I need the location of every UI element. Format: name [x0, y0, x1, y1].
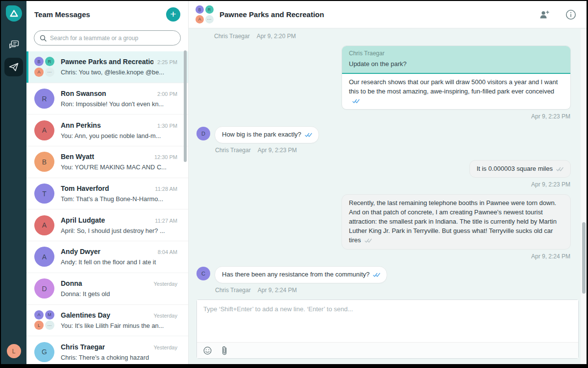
conversation-top-row: April Ludgate11:27 AM — [61, 216, 177, 224]
message-input[interactable] — [197, 300, 578, 342]
message-bubble[interactable]: Has there been any resistance from the c… — [215, 266, 387, 283]
search-input[interactable] — [50, 35, 175, 42]
outgoing-message: Chris TraegarUpdate on the park?Our rese… — [342, 46, 571, 126]
conversation-info: Ann Perkins1:30 PMYou: Ann, you poetic n… — [61, 121, 177, 139]
cluster-avatar-A: A — [34, 68, 44, 77]
conversation-item[interactable]: BRA···Pawnee Parks and Recreation2:25 PM… — [26, 51, 188, 83]
message-time: Apr 9, 2:24 PM — [531, 253, 570, 260]
message-time: Apr 9, 2:23 PM — [531, 113, 570, 120]
conversation-info: Galentines DayYesterdayYou: It's like Li… — [61, 311, 177, 329]
conversation-info: Ben Wyatt12:30 PMYou: YOU'RE MAKING MAC … — [61, 153, 177, 171]
nav-rail: L — [1, 1, 26, 364]
conversation-time: 8:04 AM — [158, 249, 177, 255]
message-history[interactable]: Chris TraegarApr 9, 2:20 PM Chris Traega… — [189, 28, 587, 299]
conversation-avatar: A — [34, 120, 54, 140]
conversation-avatar: G — [34, 342, 54, 362]
message-bubble[interactable]: Recently, the last remaining telephone b… — [342, 194, 571, 249]
emoji-picker-button[interactable] — [202, 345, 212, 355]
cluster-avatar-L: L — [34, 321, 44, 330]
conversation-list: BRA···Pawnee Parks and Recreation2:25 PM… — [26, 51, 188, 364]
app-logo[interactable] — [6, 5, 22, 22]
conversations-header: Team Messages + — [26, 1, 188, 27]
conversations-panel: Team Messages + BRA···Pawnee Parks and R… — [26, 1, 189, 364]
conversation-info: Ron Swanson2:00 PMRon: Impossible! You d… — [61, 90, 177, 108]
conversation-item[interactable]: BBen Wyatt12:30 PMYou: YOU'RE MAKING MAC… — [26, 146, 188, 178]
chat-scrollbar-track[interactable] — [581, 29, 587, 364]
incoming-message: DHow big is the park exactly? — [196, 126, 571, 143]
conversation-preview: You: It's like Lilith Fair minus the an.… — [61, 322, 177, 329]
conversation-item[interactable]: GChris TraegarYesterdayChris: There's a … — [26, 336, 188, 364]
conversation-item[interactable]: RRon Swanson2:00 PMRon: Impossible! You … — [26, 83, 188, 115]
message-time: Apr 9, 2:20 PM — [257, 33, 296, 40]
conversation-item[interactable]: AAnn Perkins1:30 PMYou: Ann, you poetic … — [26, 115, 188, 146]
quoted-message[interactable]: Chris TraegarUpdate on the park? — [342, 46, 570, 74]
message-time: Apr 9, 2:23 PM — [531, 181, 570, 188]
conversation-preview: Donna: It gets old — [61, 290, 177, 298]
conversation-info: Tom Haverford11:28 AMTom: That's a Thug … — [61, 184, 177, 203]
attachment-icon — [221, 346, 227, 355]
conversation-name: Galentines Day — [61, 311, 110, 319]
cluster-avatar-A: A — [34, 310, 44, 320]
search-box[interactable] — [34, 30, 181, 46]
new-conversation-button[interactable]: + — [166, 7, 180, 22]
conversation-item[interactable]: DDonnaYesterdayDonna: It gets old — [26, 273, 188, 305]
add-member-button[interactable] — [539, 9, 550, 21]
nav-direct-messages-button[interactable] — [4, 58, 23, 76]
delivery-checkmarks-icon — [373, 273, 380, 277]
message-bubble[interactable]: How big is the park exactly? — [215, 126, 319, 143]
outgoing-message: It is 0.000003 square milesApr 9, 2:23 P… — [469, 160, 571, 195]
conversation-top-row: Pawnee Parks and Recreation2:25 PM — [61, 58, 177, 66]
attach-file-button[interactable] — [220, 345, 229, 355]
conversation-list-scrollbar[interactable] — [184, 50, 187, 162]
conversation-top-row: Tom Haverford11:28 AM — [61, 184, 177, 192]
message-bubble[interactable]: It is 0.000003 square miles — [469, 160, 571, 178]
conversation-name: Ann Perkins — [61, 121, 101, 129]
conversation-top-row: Ann Perkins1:30 PM — [61, 121, 177, 129]
conversation-time: Yesterday — [153, 313, 177, 319]
chat-application-window: L Team Messages + BRA···Pawnee Parks and… — [0, 0, 588, 368]
quoted-text: Update on the park? — [349, 60, 564, 69]
conversation-info: DonnaYesterdayDonna: It gets old — [61, 279, 177, 298]
conversation-time: 11:27 AM — [155, 218, 177, 224]
header-cluster-avatar-A: A — [196, 15, 204, 23]
conversation-name: Andy Dwyer — [61, 248, 100, 255]
conversation-name: Chris Traegar — [61, 343, 105, 351]
conversation-item[interactable]: TTom Haverford11:28 AMTom: That's a Thug… — [26, 178, 188, 210]
conversation-time: 1:30 PM — [157, 123, 177, 129]
conversation-avatar: T — [34, 184, 54, 204]
header-cluster-avatar-B: B — [196, 5, 204, 14]
chat-scrollbar[interactable] — [582, 222, 586, 294]
chat-bubbles-icon — [9, 40, 19, 49]
conversation-time: 12:30 PM — [154, 154, 177, 160]
conversation-preview: Chris: You two, @leslie.knope @be... — [61, 69, 177, 76]
conversation-avatar: D — [34, 278, 54, 299]
conversation-avatar-cluster: BRA··· — [34, 57, 54, 77]
conversation-item[interactable]: AAndy Dwyer8:04 AMAndy: It fell on the f… — [26, 241, 188, 273]
message-text-content: Recently, the last remaining telephone b… — [349, 199, 557, 243]
conversation-avatar: A — [34, 215, 54, 235]
message-bubble-with-quote[interactable]: Chris TraegarUpdate on the park?Our rese… — [342, 46, 571, 110]
conversation-time: 11:28 AM — [155, 186, 177, 192]
conversation-item[interactable]: AApril Ludgate11:27 AMApril: So, I shoul… — [26, 209, 188, 241]
conversation-name: Donna — [61, 279, 82, 287]
conversation-preview: Andy: It fell on the floor and I ate it — [61, 258, 177, 266]
delivery-checkmarks-icon — [352, 99, 360, 104]
conversation-top-row: DonnaYesterday — [61, 279, 177, 287]
nav-chats-button[interactable] — [4, 35, 23, 54]
conversation-item[interactable]: AML···Galentines DayYesterdayYou: It's l… — [26, 305, 188, 337]
add-person-icon — [539, 10, 550, 20]
sender-name: Chris Traegar — [215, 147, 251, 154]
conversation-preview: Chris: There's a choking hazard — [61, 354, 177, 361]
message-composer — [196, 299, 579, 359]
group-avatar-cluster: BRA··· — [196, 5, 214, 23]
quoted-sender: Chris Traegar — [349, 49, 564, 58]
current-user-avatar[interactable]: L — [7, 344, 21, 358]
conversation-time: Yesterday — [153, 345, 177, 350]
conversation-time: 2:00 PM — [157, 91, 177, 97]
cluster-avatar-B: B — [34, 57, 44, 66]
conversation-info: Pawnee Parks and Recreation2:25 PMChris:… — [61, 58, 177, 76]
outgoing-message: Recently, the last remaining telephone b… — [342, 194, 571, 266]
conversation-info-button[interactable] — [565, 9, 577, 21]
conversation-preview: Tom: That's a Thug Bone-N-Harmo... — [61, 195, 177, 203]
cluster-avatar-···: ··· — [45, 321, 54, 330]
